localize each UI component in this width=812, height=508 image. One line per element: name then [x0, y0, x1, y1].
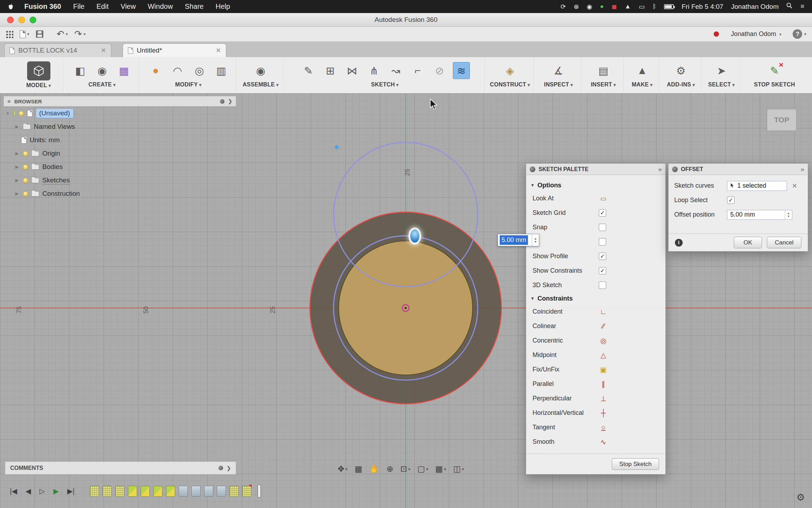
offset-dialog-header[interactable]: OFFSET » — [669, 164, 808, 175]
menu-app-name[interactable]: Fusion 360 — [24, 2, 61, 11]
tab-close-icon[interactable]: ✕ — [101, 47, 106, 54]
named-views-label[interactable]: Named Views — [34, 123, 75, 131]
stop-sketch-icon[interactable]: ✎ ✕ — [766, 62, 783, 79]
search-icon[interactable] — [786, 2, 793, 11]
browser-construction-row[interactable]: ▶ Construction — [5, 187, 156, 200]
timeline-item-body[interactable] — [191, 486, 201, 497]
comments-settings-icon[interactable] — [219, 466, 223, 470]
clear-selection-icon[interactable]: ✕ — [792, 182, 797, 190]
concentric-icon[interactable]: ◎ — [599, 337, 608, 345]
options-section-header[interactable]: ▼ Options — [526, 179, 665, 191]
timeline-item-feature[interactable] — [153, 486, 162, 497]
settings-gear-icon[interactable]: ⚙ — [796, 492, 805, 503]
menu-clock[interactable]: Fri Feb 5 4:07 — [682, 3, 723, 11]
browser-named-views-row[interactable]: ▶ Named Views — [5, 120, 156, 133]
sketch-circle-icon[interactable]: ⊘ — [431, 62, 448, 79]
sketch-trim-icon[interactable]: ⋔ — [365, 62, 382, 79]
view-cube[interactable]: TOP — [767, 109, 796, 131]
browser-settings-icon[interactable] — [220, 99, 224, 104]
info-icon[interactable]: i — [675, 239, 683, 247]
dropbox-icon[interactable]: ◆ — [333, 142, 478, 287]
visibility-bulb-icon[interactable] — [23, 191, 28, 196]
workspace-label[interactable]: MODEL — [14, 82, 63, 89]
sketch-extend-icon[interactable]: ↝ — [387, 62, 404, 79]
comments-bar[interactable]: COMMENTS ❯ — [5, 461, 236, 474]
visibility-bulb-icon[interactable] — [19, 111, 24, 116]
browser-panel-header[interactable]: « BROWSER ❯ — [4, 96, 236, 107]
offset-dimension-input[interactable]: 5.00 mm — [498, 234, 539, 246]
show-profile-checkbox[interactable]: ✓ — [599, 253, 606, 260]
save-icon[interactable] — [36, 30, 43, 38]
construct-menu[interactable]: CONSTRUCT — [486, 81, 534, 88]
sketches-label[interactable]: Sketches — [42, 176, 70, 185]
menu-user[interactable]: Jonathan Odom — [731, 3, 779, 11]
option-checkbox[interactable] — [599, 238, 606, 246]
step-back-icon[interactable]: ◀ — [26, 487, 31, 495]
browser-expand-icon[interactable]: ❯ — [228, 98, 232, 104]
create-menu[interactable]: CREATE — [65, 81, 139, 88]
timeline-item-sketch[interactable] — [115, 486, 124, 497]
close-window-button[interactable] — [7, 17, 14, 23]
undo-dropdown-caret-icon[interactable]: ▾ — [66, 31, 68, 37]
visibility-bulb-icon[interactable] — [23, 151, 28, 156]
display-menu-icon[interactable]: ▭ — [639, 3, 645, 11]
dimension-spinner[interactable] — [532, 234, 539, 246]
timeline-position-handle[interactable] — [258, 485, 261, 497]
tab-untitled[interactable]: Untitled* ✕ — [123, 43, 226, 57]
create-tool-icon-1[interactable]: ◧ — [72, 62, 89, 79]
timeline-item-body[interactable] — [204, 486, 213, 497]
grid-settings-control[interactable]: ▦ ▾ — [435, 464, 446, 474]
modify-press-pull-icon[interactable]: ● — [147, 62, 164, 79]
browser-sketches-row[interactable]: ▶ Sketches — [5, 174, 156, 187]
expand-icon[interactable]: ▶ — [14, 164, 20, 169]
menu-file[interactable]: File — [73, 2, 84, 11]
midpoint-icon[interactable]: △ — [599, 351, 608, 359]
units-label[interactable]: Units: mm — [30, 136, 60, 144]
expand-icon[interactable]: ▾ — [5, 111, 11, 116]
perpendicular-icon[interactable]: ⊥ — [599, 394, 608, 403]
insert-menu[interactable]: INSERT — [583, 81, 623, 88]
look-at-control[interactable]: ▦ — [355, 464, 362, 474]
pan-control[interactable]: ✋ — [369, 464, 380, 474]
ok-button[interactable]: OK — [734, 237, 762, 248]
browser-root-row[interactable]: ▾ (Unsaved) — [5, 107, 156, 120]
menu-window[interactable]: Window — [148, 2, 173, 11]
zoom-window-control[interactable]: ⊡ ▾ — [400, 464, 410, 474]
assemble-joint-icon[interactable]: ◉ — [252, 62, 269, 79]
redo-dropdown-caret-icon[interactable]: ▾ — [84, 31, 86, 37]
smooth-icon[interactable]: ∿ — [599, 438, 608, 446]
menu-share[interactable]: Share — [185, 2, 203, 11]
zoom-control[interactable]: ⊕ — [387, 464, 393, 474]
minimize-window-button[interactable] — [18, 17, 25, 23]
constraints-section-header[interactable]: ▼ Constraints — [526, 292, 665, 304]
help-icon[interactable]: ? — [793, 29, 802, 39]
create-form-icon[interactable]: ▦ — [116, 62, 133, 79]
root-document-label[interactable]: (Unsaved) — [36, 108, 74, 118]
inspect-measure-icon[interactable]: ∡ — [550, 62, 567, 79]
create-tool-icon-2[interactable]: ◉ — [94, 62, 111, 79]
redo-icon[interactable]: ↷ — [74, 29, 82, 40]
timeline-item-sketch[interactable] — [229, 486, 239, 497]
modify-menu[interactable]: MODIFY — [141, 81, 236, 88]
timeline-item-sketch[interactable] — [90, 486, 99, 497]
sketch-palette-header[interactable]: SKETCH PALETTE » — [526, 164, 665, 175]
cancel-button[interactable]: Cancel — [767, 237, 801, 248]
look-at-icon[interactable]: ▭ — [599, 194, 608, 202]
sketch-mirror-icon[interactable]: ⋈ — [344, 62, 361, 79]
workspace-switcher[interactable] — [27, 61, 50, 80]
comments-expand-icon[interactable]: ❯ — [227, 465, 231, 471]
status-app-icon[interactable]: ● — [600, 3, 604, 10]
insert-image-icon[interactable]: ▤ — [595, 62, 612, 79]
sync-icon[interactable]: ⟳ — [561, 3, 566, 11]
help-caret-icon[interactable]: ▾ — [804, 31, 806, 37]
visibility-bulb-icon[interactable] — [23, 164, 28, 170]
viewports-control[interactable]: ◫ ▾ — [453, 464, 464, 474]
construction-label[interactable]: Construction — [42, 190, 80, 198]
display-settings-control[interactable]: ▢ ▾ — [417, 464, 428, 474]
sketch-grid-checkbox[interactable]: ✓ — [599, 209, 606, 217]
modify-fillet-icon[interactable]: ◠ — [169, 62, 186, 79]
origin-label[interactable]: Origin — [42, 150, 60, 157]
browser-bodies-row[interactable]: ▶ Bodies — [5, 160, 156, 174]
play-outline-icon[interactable]: ▷ — [39, 487, 45, 495]
expand-icon[interactable]: ▶ — [14, 178, 20, 183]
